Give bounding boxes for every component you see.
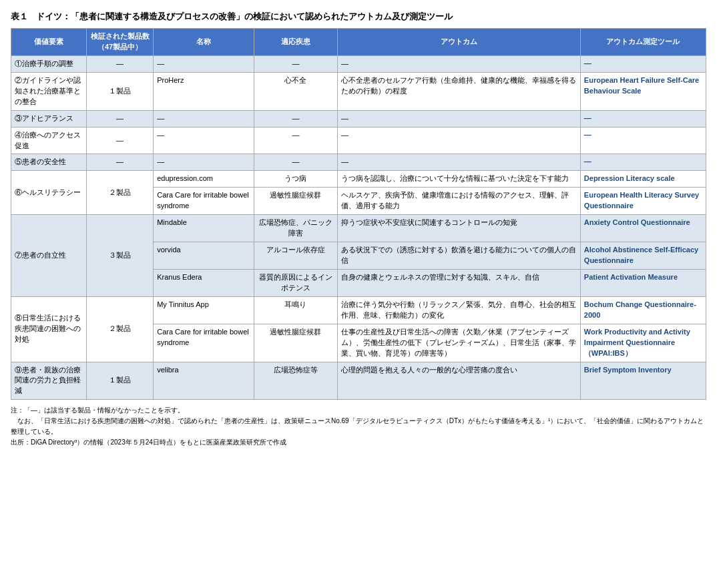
count-cell: ２製品 <box>86 171 153 215</box>
outcome-cell: — <box>338 154 581 171</box>
group-cell: ⑥ヘルスリテラシー <box>11 171 87 215</box>
name-cell: Kranus Edera <box>154 269 254 296</box>
tool-cell: European Heart Failure Self-Care Behavio… <box>580 72 706 110</box>
indication-cell: 器質的原因によるインポテンス <box>254 269 337 296</box>
count-cell: — <box>86 110 153 127</box>
indication-cell: — <box>254 154 337 171</box>
tool-cell: Depression Literacy scale <box>580 171 706 188</box>
tool-cell: European Health Literacy Survey Question… <box>580 188 706 215</box>
indication-cell: アルコール依存症 <box>254 242 337 270</box>
title-row: 表１ ドイツ：「患者に関連する構造及びプロセスの改善」の検証において認められたア… <box>11 11 706 23</box>
tool-cell: Work Productivity and Activity Impairmen… <box>580 324 706 362</box>
name-cell: ProHerz <box>154 72 254 110</box>
tool-cell: Anxiety Control Questionnaire <box>580 215 706 242</box>
group-cell: ⑨患者・親族の治療関連の労力と負担軽減 <box>11 362 87 400</box>
tool-cell: — <box>580 154 706 171</box>
outcome-cell: 自身の健康とウェルネスの管理に対する知識、スキル、自信 <box>338 269 581 296</box>
main-table: 価値要素 検証された製品数（47製品中） 名称 適応疾患 アウトカム アウトカム… <box>11 28 706 400</box>
header-value: 価値要素 <box>11 29 87 56</box>
group-cell: ⑦患者の自立性 <box>11 215 87 297</box>
name-cell: Cara Care for irritable bowel syndrome <box>154 188 254 215</box>
outcome-cell: 抑うつ症状や不安症状に関連するコントロールの知覚 <box>338 215 581 242</box>
tool-cell: — <box>580 55 706 72</box>
outcome-cell: 心理的問題を抱える人々の一般的な心理苦痛の度合い <box>338 362 581 400</box>
indication-cell: 過敏性腸症候群 <box>254 188 337 215</box>
tool-cell: Patient Activation Measure <box>580 269 706 296</box>
footnote-line2: なお、「日常生活における疾患関連の困難への対処」で認められた「患者の生産性」は、… <box>11 416 706 437</box>
outcome-cell: ある状況下での（誘惑に対する）飲酒を避ける能力についての個人の自信 <box>338 242 581 270</box>
indication-cell: 耳鳴り <box>254 296 337 324</box>
table-row: ①治療手順の調整————— <box>11 55 706 72</box>
count-cell: １製品 <box>86 362 153 400</box>
header-tool: アウトカム測定ツール <box>580 29 706 56</box>
tool-cell: — <box>580 110 706 127</box>
count-cell: — <box>86 154 153 171</box>
table-row: ④治療へのアクセス促進————— <box>11 127 706 154</box>
group-cell: ⑧日常生活における疾患関連の困難への対処 <box>11 296 87 362</box>
header-outcome: アウトカム <box>338 29 581 56</box>
table-row: ③アドヒアランス————— <box>11 110 706 127</box>
indication-cell: うつ病 <box>254 171 337 188</box>
count-cell: １製品 <box>86 72 153 110</box>
footnote: 注：「—」は該当する製品・情報がなかったことを示す。 なお、「日常生活における疾… <box>11 405 706 448</box>
indication-cell: — <box>254 127 337 154</box>
name-cell: Mindable <box>154 215 254 242</box>
table-title: ドイツ：「患者に関連する構造及びプロセスの改善」の検証において認められたアウトカ… <box>36 11 453 23</box>
group-cell: ④治療へのアクセス促進 <box>11 127 87 154</box>
group-cell: ②ガイドラインや認知された治療基準との整合 <box>11 72 87 110</box>
name-cell: — <box>154 127 254 154</box>
table-row: ②ガイドラインや認知された治療基準との整合１製品ProHerz心不全心不全患者の… <box>11 72 706 110</box>
name-cell: — <box>154 154 254 171</box>
name-cell: Cara Care for irritable bowel syndrome <box>154 324 254 362</box>
tool-cell: Alcohol Abstinence Self-Efficacy Questio… <box>580 242 706 270</box>
table-row: ⑨患者・親族の治療関連の労力と負担軽減１製品velibra広場恐怖症等心理的問題… <box>11 362 706 400</box>
tool-cell: — <box>580 127 706 154</box>
count-cell: — <box>86 55 153 72</box>
footnote-line1: 注：「—」は該当する製品・情報がなかったことを示す。 <box>11 405 706 416</box>
table-row: ⑧日常生活における疾患関連の困難への対処２製品My Tinnitus App耳鳴… <box>11 296 706 324</box>
count-cell: — <box>86 127 153 154</box>
table-label: 表１ <box>11 11 28 23</box>
count-cell: ２製品 <box>86 296 153 362</box>
outcome-cell: ヘルスケア、疾病予防、健康増進における情報のアクセス、理解、評価、適用する能力 <box>338 188 581 215</box>
outcome-cell: 仕事の生産性及び日常生活への障害（欠勤／休業（アブセンティーズム）、労働生産性の… <box>338 324 581 362</box>
outcome-cell: — <box>338 127 581 154</box>
name-cell: — <box>154 55 254 72</box>
indication-cell: 広場恐怖症等 <box>254 362 337 400</box>
header-name: 名称 <box>154 29 254 56</box>
indication-cell: — <box>254 110 337 127</box>
outcome-cell: — <box>338 55 581 72</box>
name-cell: velibra <box>154 362 254 400</box>
header-count: 検証された製品数（47製品中） <box>86 29 153 56</box>
outcome-cell: 心不全患者のセルフケア行動（生命維持、健康的な機能、幸福感を得るための行動）の程… <box>338 72 581 110</box>
group-cell: ⑤患者の安全性 <box>11 154 87 171</box>
indication-cell: 過敏性腸症候群 <box>254 324 337 362</box>
outcome-cell: うつ病を認識し、治療について十分な情報に基づいた決定を下す能力 <box>338 171 581 188</box>
indication-cell: 広場恐怖症、パニック障害 <box>254 215 337 242</box>
header-row: 価値要素 検証された製品数（47製品中） 名称 適応疾患 アウトカム アウトカム… <box>11 29 706 56</box>
footnote-line3: 出所：DiGA Directory³）の情報（2023年５月24日時点）をもとに… <box>11 437 706 448</box>
table-row: ⑦患者の自立性３製品Mindable広場恐怖症、パニック障害抑うつ症状や不安症状… <box>11 215 706 242</box>
table-row: ⑥ヘルスリテラシー２製品edupression.comうつ病うつ病を認識し、治療… <box>11 171 706 188</box>
count-cell: ３製品 <box>86 215 153 297</box>
outcome-cell: 治療に伴う気分や行動（リラックス／緊張、気分、自尊心、社会的相互作用、意味、行動… <box>338 296 581 324</box>
group-cell: ①治療手順の調整 <box>11 55 87 72</box>
indication-cell: 心不全 <box>254 72 337 110</box>
name-cell: vorvida <box>154 242 254 270</box>
name-cell: My Tinnitus App <box>154 296 254 324</box>
outcome-cell: — <box>338 110 581 127</box>
header-indication: 適応疾患 <box>254 29 337 56</box>
table-row: ⑤患者の安全性————— <box>11 154 706 171</box>
name-cell: — <box>154 110 254 127</box>
tool-cell: Brief Symptom Inventory <box>580 362 706 400</box>
tool-cell: Bochum Change Questionnaire-2000 <box>580 296 706 324</box>
name-cell: edupression.com <box>154 171 254 188</box>
group-cell: ③アドヒアランス <box>11 110 87 127</box>
indication-cell: — <box>254 55 337 72</box>
